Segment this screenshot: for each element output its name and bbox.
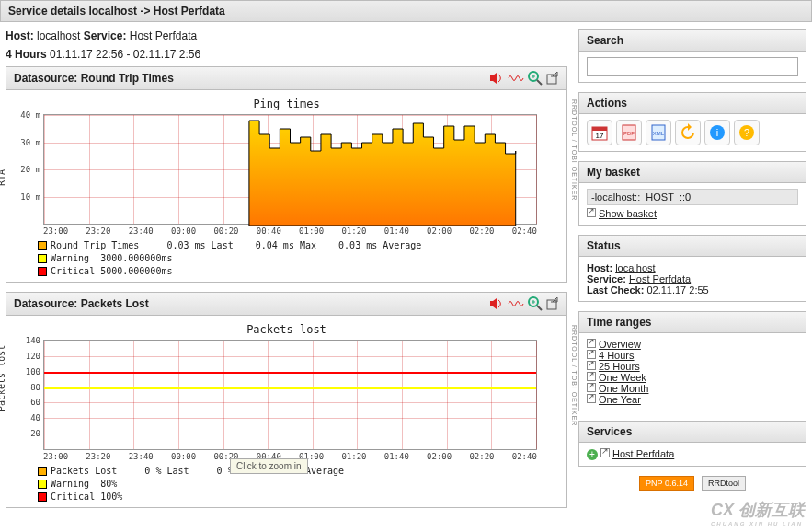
info-icon[interactable]: i bbox=[704, 120, 730, 145]
svg-rect-11 bbox=[592, 127, 607, 131]
main-column: Host: localhost Service: Host Perfdata 4… bbox=[0, 22, 573, 525]
rrdtool-label: RRDTOOL / TOBI OETIKER bbox=[571, 99, 578, 201]
reload-icon[interactable] bbox=[675, 120, 701, 145]
panel-title: Services bbox=[587, 425, 632, 438]
panel-title: Actions bbox=[587, 97, 627, 110]
timerange-link[interactable]: Overview bbox=[599, 339, 641, 350]
zoom-icon[interactable] bbox=[528, 296, 543, 311]
pdf-icon[interactable]: PDF bbox=[616, 120, 642, 145]
timerange-link[interactable]: One Month bbox=[599, 383, 648, 394]
status-panel: Status Host: localhost Service: Host Per… bbox=[578, 235, 806, 302]
svg-text:17: 17 bbox=[596, 132, 604, 140]
services-panel: Services +Host Perfdata bbox=[578, 421, 806, 467]
wave-icon[interactable] bbox=[508, 73, 524, 84]
chart-title: Ping times bbox=[19, 98, 554, 110]
external-link-icon bbox=[587, 372, 596, 381]
timerange-link[interactable]: One Year bbox=[599, 394, 641, 405]
service-label: Service: bbox=[84, 29, 127, 42]
popout-icon[interactable] bbox=[546, 72, 559, 85]
help-icon[interactable]: ? bbox=[734, 120, 760, 145]
pnp-badge[interactable]: PNP 0.6.14 bbox=[639, 476, 694, 491]
chart-ping-times[interactable]: Ping times RTA 10 m20 m30 m40 m RRDTOOL … bbox=[6, 90, 566, 282]
rrdtool-badge[interactable]: RRDtool bbox=[702, 476, 746, 491]
rrdtool-label: RRDTOOL / TOBI OETIKER bbox=[571, 325, 578, 426]
add-icon[interactable]: + bbox=[587, 449, 598, 460]
external-link-icon bbox=[587, 350, 596, 359]
legend-row-data: Round Trip Times 0.03 ms Last 0.04 ms Ma… bbox=[38, 239, 554, 252]
panel-title: Datasource: Round Trip Times bbox=[14, 72, 174, 85]
panel-title: Datasource: Packets Lost bbox=[14, 297, 149, 310]
external-link-icon bbox=[587, 208, 596, 217]
page-title-bar: Service details localhost -> Host Perfda… bbox=[0, 0, 812, 22]
host-label: Host: bbox=[6, 29, 34, 42]
svg-text:?: ? bbox=[744, 127, 749, 138]
chart-title: Packets lost bbox=[19, 323, 554, 336]
status-lastcheck-value: 02.11.17 2:55 bbox=[646, 284, 708, 295]
svg-text:i: i bbox=[716, 127, 718, 138]
panel-title: Status bbox=[587, 239, 621, 252]
host-value: localhost bbox=[37, 29, 80, 42]
wave-icon[interactable] bbox=[508, 298, 524, 309]
status-service-link[interactable]: Host Perfdata bbox=[629, 273, 691, 284]
service-link[interactable]: Host Perfdata bbox=[612, 448, 674, 459]
y-axis-label: RTA bbox=[0, 169, 6, 186]
basket-item[interactable]: -localhost::_HOST_::0 bbox=[587, 189, 798, 205]
search-panel: Search bbox=[578, 29, 806, 83]
time-range-line: 4 Hours 01.11.17 22:56 - 02.11.17 2:56 bbox=[6, 48, 567, 61]
speaker-icon[interactable] bbox=[489, 297, 504, 310]
xml-icon[interactable]: XML bbox=[646, 120, 671, 145]
timerange-link[interactable]: 25 Hours bbox=[599, 361, 640, 372]
panel-title: My basket bbox=[587, 166, 640, 179]
svg-line-6 bbox=[537, 306, 542, 310]
popout-icon[interactable] bbox=[546, 297, 559, 310]
calendar-icon[interactable]: 17 bbox=[587, 120, 612, 145]
status-host-link[interactable]: localhost bbox=[615, 262, 655, 273]
panel-title: Search bbox=[587, 34, 623, 47]
external-link-icon bbox=[600, 448, 610, 457]
svg-line-1 bbox=[537, 80, 542, 85]
host-service-line: Host: localhost Service: Host Perfdata bbox=[6, 29, 567, 42]
speaker-icon[interactable] bbox=[489, 72, 504, 85]
status-host-label: Host: bbox=[587, 262, 612, 273]
zoom-icon[interactable] bbox=[528, 71, 543, 86]
external-link-icon bbox=[587, 383, 596, 392]
range-label: 4 Hours bbox=[6, 48, 47, 61]
chart-packets-lost[interactable]: Packets lost Packets lost 20406080100120… bbox=[6, 316, 566, 507]
watermark: CX 创新互联 CHUANG XIN HU LIAN bbox=[711, 499, 805, 525]
show-basket-link[interactable]: Show basket bbox=[599, 208, 657, 219]
range-value: 01.11.17 22:56 - 02.11.17 2:56 bbox=[50, 48, 200, 61]
svg-text:PDF: PDF bbox=[623, 131, 635, 136]
sidebar: Search Actions 17PDFXMLi? My basket -loc… bbox=[573, 22, 812, 525]
legend-row-warning: Warning 80% bbox=[38, 478, 554, 491]
y-axis-label: Packets lost bbox=[0, 345, 6, 411]
search-input[interactable] bbox=[587, 57, 798, 76]
legend-row-warning: Warning 3000.000000ms bbox=[38, 252, 554, 265]
timerange-link[interactable]: One Week bbox=[599, 372, 646, 383]
footer-badges: PNP 0.6.14 RRDtool bbox=[578, 476, 806, 491]
legend-row-data: Packets Lost 0 % Last 0 % Max 0 % Averag… bbox=[38, 465, 554, 478]
panel-title: Time ranges bbox=[587, 316, 651, 329]
external-link-icon bbox=[587, 339, 596, 348]
external-link-icon bbox=[587, 394, 596, 403]
actions-panel: Actions 17PDFXMLi? bbox=[578, 92, 806, 152]
status-lastcheck-label: Last Check: bbox=[587, 284, 644, 295]
datasource-panel-packets: Datasource: Packets Lost Packets lost Pa… bbox=[6, 292, 567, 508]
legend-row-critical: Critical 100% bbox=[38, 491, 554, 503]
service-value: Host Perfdata bbox=[130, 29, 197, 42]
status-service-label: Service: bbox=[587, 273, 626, 284]
legend-row-critical: Critical 5000.000000ms bbox=[38, 265, 554, 278]
timerange-link[interactable]: 4 Hours bbox=[599, 350, 635, 361]
datasource-panel-rtt: Datasource: Round Trip Times Ping times … bbox=[6, 66, 567, 283]
basket-panel: My basket -localhost::_HOST_::0 Show bas… bbox=[578, 161, 806, 226]
timeranges-panel: Time ranges Overview4 Hours25 HoursOne W… bbox=[578, 311, 806, 411]
external-link-icon bbox=[587, 361, 596, 370]
svg-text:XML: XML bbox=[653, 131, 665, 136]
